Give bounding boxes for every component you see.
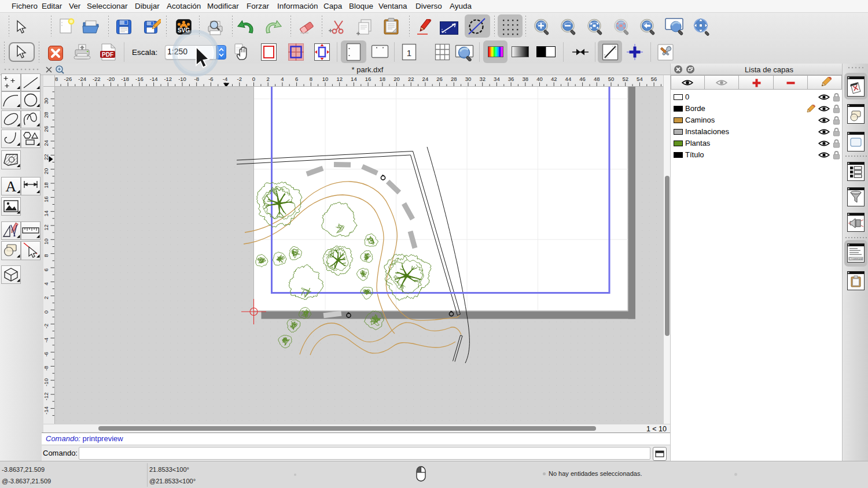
svg-text:2: 2	[267, 76, 270, 82]
svg-text:12: 12	[43, 224, 49, 231]
svg-text:-4: -4	[223, 76, 227, 82]
svg-text:24: 24	[422, 76, 429, 82]
svg-text:-8: -8	[43, 366, 49, 371]
svg-text:4: 4	[281, 76, 284, 82]
svg-text:14: 14	[351, 76, 357, 82]
svg-text:22: 22	[43, 154, 49, 161]
svg-text:6: 6	[43, 268, 49, 271]
svg-text:-24: -24	[78, 76, 86, 82]
svg-text:10: 10	[43, 239, 49, 245]
svg-text:-14: -14	[150, 76, 158, 82]
svg-text:54: 54	[637, 76, 643, 82]
svg-text:32: 32	[479, 76, 486, 82]
svg-text:1: 1	[407, 48, 411, 58]
svg-text:-20: -20	[107, 76, 115, 82]
svg-text:-2: -2	[237, 76, 242, 82]
svg-text:A: A	[6, 178, 17, 195]
svg-text:16: 16	[365, 76, 372, 82]
svg-text:-4: -4	[43, 338, 49, 342]
svg-text:36: 36	[508, 76, 514, 82]
svg-text:22: 22	[408, 76, 414, 82]
svg-text:14: 14	[43, 210, 49, 217]
svg-text:-12: -12	[43, 393, 49, 401]
svg-text:40: 40	[536, 76, 543, 82]
svg-text:command: command	[852, 257, 863, 260]
svg-text:48: 48	[594, 76, 600, 82]
svg-text:6: 6	[295, 76, 298, 82]
svg-text:34: 34	[494, 76, 500, 82]
svg-text:2: 2	[43, 297, 49, 300]
svg-text:20: 20	[393, 76, 400, 82]
svg-text:18: 18	[43, 182, 49, 188]
svg-text:42: 42	[551, 76, 557, 82]
svg-text:12: 12	[336, 76, 343, 82]
svg-text:38: 38	[523, 76, 529, 82]
svg-text:-6: -6	[43, 352, 49, 356]
svg-text:PDF: PDF	[102, 51, 113, 58]
svg-text:-2: -2	[43, 324, 49, 328]
svg-text:-18: -18	[121, 76, 129, 82]
svg-text:44: 44	[565, 76, 572, 82]
svg-text:30: 30	[43, 98, 49, 104]
svg-text:24: 24	[43, 140, 49, 146]
svg-text:18: 18	[380, 76, 386, 82]
svg-text:-10: -10	[43, 378, 49, 386]
svg-text:26: 26	[436, 76, 443, 82]
svg-text:56: 56	[651, 76, 657, 82]
svg-text:28: 28	[451, 76, 457, 82]
svg-text:20: 20	[43, 168, 49, 175]
svg-text:16: 16	[43, 197, 49, 203]
svg-text:8: 8	[43, 254, 49, 257]
svg-text:30: 30	[465, 76, 472, 82]
svg-text:-22: -22	[93, 76, 101, 82]
svg-text:0: 0	[43, 310, 49, 313]
svg-text:50: 50	[608, 76, 615, 82]
svg-text:28: 28	[43, 112, 49, 119]
svg-text:0: 0	[252, 76, 255, 82]
svg-text:-16: -16	[135, 76, 144, 82]
svg-text:8: 8	[310, 76, 312, 82]
svg-text:52: 52	[622, 76, 628, 82]
svg-text:10: 10	[322, 76, 329, 82]
svg-text:-14: -14	[43, 406, 49, 415]
svg-text:46: 46	[579, 76, 586, 82]
svg-text:4: 4	[43, 282, 49, 285]
svg-text:26: 26	[43, 126, 49, 132]
svg-text:-26: -26	[64, 76, 72, 82]
